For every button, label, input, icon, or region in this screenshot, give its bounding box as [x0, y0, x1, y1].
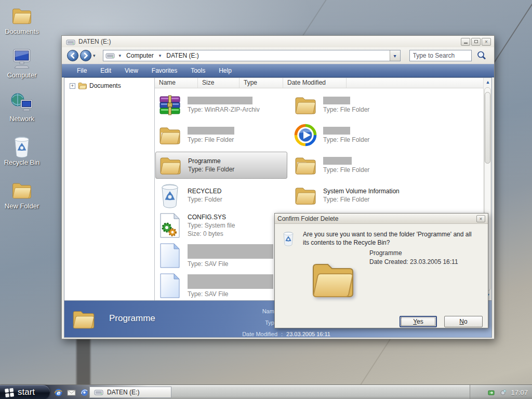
menu-help[interactable]: Help: [212, 64, 238, 77]
redacted-name: [188, 274, 273, 289]
start-label: start: [18, 387, 35, 397]
tray-status-icon[interactable]: [499, 389, 507, 396]
dialog-title-bar[interactable]: Confirm Folder Delete ×: [275, 214, 488, 224]
yes-button[interactable]: Yes: [400, 316, 437, 327]
column-header-name[interactable]: Name: [155, 78, 198, 88]
file-type-line: Type: File Folder: [323, 136, 369, 144]
tree-item-label: Documents: [89, 82, 121, 89]
file-item[interactable]: Type: File Folder: [291, 91, 423, 118]
search-input[interactable]: [409, 50, 472, 61]
title-bar[interactable]: DATEN (E:) ×: [62, 36, 494, 47]
folder-blue-icon: [293, 152, 318, 178]
address-dropdown-button[interactable]: ▾: [390, 50, 400, 61]
recycle-icon: [157, 182, 182, 208]
recycle-icon: [10, 135, 33, 158]
tree-item-documents[interactable]: + Documents: [70, 82, 154, 89]
file-item-programme[interactable]: ProgrammeType: File Folder: [155, 152, 287, 179]
file-item[interactable]: Type: SAV File: [155, 242, 287, 269]
folder-icon: [10, 4, 33, 27]
expand-toggle-icon[interactable]: +: [70, 83, 75, 89]
column-header-date-modified[interactable]: Date Modified: [283, 78, 347, 88]
file-item[interactable]: Type: WinRAR-ZIP-Archiv: [155, 91, 287, 118]
redacted-name: [188, 244, 273, 259]
file-item[interactable]: Type: File Folder: [291, 152, 423, 179]
dialog-close-button[interactable]: ×: [476, 215, 485, 222]
desktop-icon-network[interactable]: Network: [0, 91, 44, 133]
internet-explorer-icon[interactable]: e: [54, 388, 63, 397]
file-item-config-sys[interactable]: CONFIG.SYSType: System fileSize: 0 bytes: [155, 212, 287, 239]
file-item-system-volume-information[interactable]: System Volume InformationType: File Fold…: [291, 182, 423, 209]
breadcrumb-computer[interactable]: Computer: [125, 52, 155, 59]
chevron-down-icon[interactable]: ▾: [115, 53, 126, 58]
desktop-icon-recycle-bin[interactable]: Recycle Bin: [0, 135, 44, 177]
redacted-name: [323, 157, 352, 165]
wallpaper-frame-bar: [76, 335, 90, 387]
column-headers: NameSizeTypeDate Modified: [155, 78, 483, 88]
address-bar[interactable]: ▾ Computer ▾ DATEN (E:) ▾: [103, 50, 401, 61]
desktop-icon-label: Recycle Bin: [0, 158, 44, 166]
details-title: Programme: [109, 313, 155, 324]
scroll-up-icon[interactable]: ▲: [484, 78, 492, 86]
forward-button[interactable]: [80, 50, 91, 61]
winrar-icon: [157, 92, 182, 118]
window-controls: ×: [461, 38, 491, 46]
history-dropdown-icon[interactable]: ▾: [93, 53, 96, 58]
wmp-icon: [293, 122, 318, 148]
navigation-toolbar: ▾ ▾ Computer ▾ DATEN (E:) ▾: [62, 47, 494, 64]
maximize-button[interactable]: [471, 38, 481, 46]
start-button[interactable]: start: [0, 385, 50, 399]
menu-view[interactable]: View: [118, 64, 145, 77]
windows-flag-icon: [4, 387, 15, 397]
taskbar: start e: [0, 384, 532, 399]
redacted-name: [188, 97, 252, 104]
column-header-size[interactable]: Size: [198, 78, 240, 88]
minimize-button[interactable]: [461, 38, 470, 46]
desktop-icon-list: Documents Computer Network Recycle Bin N…: [0, 2, 44, 220]
config-icon: [157, 212, 182, 238]
file-item[interactable]: Type: File Folder: [291, 122, 423, 149]
menu-favorites[interactable]: Favorites: [145, 64, 184, 77]
taskbar-item-daten[interactable]: DATEN (E:): [89, 387, 171, 398]
file-item[interactable]: Type: SAV File: [155, 272, 287, 299]
file-type-line: Type: File Folder: [323, 105, 369, 114]
folder-icon: [308, 250, 358, 308]
breadcrumb-daten[interactable]: DATEN (E:): [165, 52, 200, 59]
sav-icon: [157, 243, 182, 269]
file-item-recycled[interactable]: RECYCLEDType: Folder: [155, 182, 287, 209]
file-type-line: Type: System file: [188, 221, 235, 230]
desktop-icon-label: New Folder: [0, 202, 44, 210]
scrollbar-thumb[interactable]: [485, 92, 490, 164]
chevron-down-icon[interactable]: ▾: [155, 53, 166, 58]
computer-icon: [10, 48, 33, 71]
no-button[interactable]: No: [444, 316, 483, 327]
search-icon[interactable]: [476, 50, 487, 61]
desktop-icon-computer[interactable]: Computer: [0, 48, 44, 89]
desktop-icon-documents[interactable]: Documents: [0, 4, 44, 46]
folder-icon: [293, 92, 318, 118]
dialog-item-name: Programme: [369, 249, 458, 258]
menu-file[interactable]: File: [70, 64, 94, 77]
desktop: Documents Computer Network Recycle Bin N…: [0, 0, 532, 399]
file-type-line: Type: File Folder: [323, 166, 369, 174]
desktop-icon-label: Computer: [0, 71, 44, 79]
folder-tree-pane: + Documents: [64, 78, 155, 300]
safely-remove-hardware-icon[interactable]: [488, 389, 496, 396]
file-item[interactable]: Type: File Folder: [155, 122, 287, 149]
dialog-title: Confirm Folder Delete: [277, 215, 476, 222]
mail-icon[interactable]: [67, 388, 76, 397]
file-name: Programme: [188, 157, 234, 165]
redacted-name: [188, 127, 234, 135]
folder-icon: [158, 152, 183, 178]
file-name: CONFIG.SYS: [188, 213, 235, 221]
folder-photos-icon: [157, 122, 182, 148]
column-header-type[interactable]: Type: [240, 78, 283, 88]
close-button[interactable]: ×: [482, 38, 491, 46]
folder-icon: [78, 82, 87, 89]
window-title: DATEN (E:): [78, 38, 461, 45]
menu-edit[interactable]: Edit: [94, 64, 118, 77]
menu-tools[interactable]: Tools: [184, 64, 212, 77]
back-button[interactable]: [67, 50, 78, 61]
desktop-icon-new-folder[interactable]: New Folder: [0, 179, 44, 220]
msn-icon[interactable]: [80, 388, 89, 397]
file-type-line: Type: File Folder: [188, 165, 234, 174]
